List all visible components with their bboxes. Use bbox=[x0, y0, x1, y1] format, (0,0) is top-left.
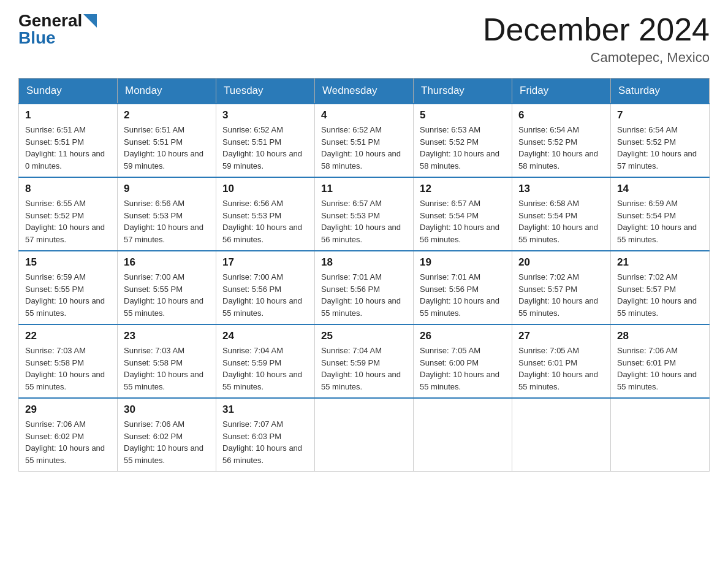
day-number: 15 bbox=[25, 256, 111, 269]
day-info: Sunrise: 6:56 AMSunset: 5:53 PMDaylight:… bbox=[222, 199, 302, 244]
day-number: 5 bbox=[420, 109, 506, 121]
calendar-cell: 8 Sunrise: 6:55 AMSunset: 5:52 PMDayligh… bbox=[19, 177, 118, 251]
day-number: 12 bbox=[420, 183, 506, 195]
calendar-cell: 31 Sunrise: 7:07 AMSunset: 6:03 PMDaylig… bbox=[216, 398, 315, 472]
calendar-cell: 1 Sunrise: 6:51 AMSunset: 5:51 PMDayligh… bbox=[19, 104, 118, 177]
day-number: 11 bbox=[321, 183, 407, 195]
calendar-cell: 18 Sunrise: 7:01 AMSunset: 5:56 PMDaylig… bbox=[315, 251, 414, 324]
calendar-cell: 28 Sunrise: 7:06 AMSunset: 6:01 PMDaylig… bbox=[611, 324, 710, 398]
day-number: 22 bbox=[25, 330, 111, 342]
day-number: 24 bbox=[222, 330, 308, 342]
day-info: Sunrise: 6:52 AMSunset: 5:51 PMDaylight:… bbox=[222, 125, 302, 170]
calendar-cell: 4 Sunrise: 6:52 AMSunset: 5:51 PMDayligh… bbox=[315, 104, 414, 177]
day-info: Sunrise: 7:01 AMSunset: 5:56 PMDaylight:… bbox=[321, 272, 401, 318]
calendar-cell: 24 Sunrise: 7:04 AMSunset: 5:59 PMDaylig… bbox=[216, 324, 315, 398]
page-header: General Blue December 2024 Camotepec, Me… bbox=[18, 12, 710, 66]
location: Camotepec, Mexico bbox=[483, 50, 710, 66]
day-info: Sunrise: 7:06 AMSunset: 6:02 PMDaylight:… bbox=[124, 419, 203, 465]
calendar-cell: 3 Sunrise: 6:52 AMSunset: 5:51 PMDayligh… bbox=[216, 104, 315, 177]
day-number: 9 bbox=[124, 183, 210, 195]
day-info: Sunrise: 6:57 AMSunset: 5:53 PMDaylight:… bbox=[321, 199, 401, 244]
calendar-cell: 22 Sunrise: 7:03 AMSunset: 5:58 PMDaylig… bbox=[19, 324, 118, 398]
day-number: 29 bbox=[25, 404, 111, 416]
day-number: 20 bbox=[518, 256, 604, 269]
calendar-cell: 10 Sunrise: 6:56 AMSunset: 5:53 PMDaylig… bbox=[216, 177, 315, 251]
day-number: 19 bbox=[420, 256, 506, 269]
day-number: 1 bbox=[25, 109, 111, 121]
calendar-header-row: SundayMondayTuesdayWednesdayThursdayFrid… bbox=[19, 79, 710, 104]
day-info: Sunrise: 7:05 AMSunset: 6:01 PMDaylight:… bbox=[518, 346, 598, 391]
calendar-cell: 14 Sunrise: 6:59 AMSunset: 5:54 PMDaylig… bbox=[611, 177, 710, 251]
day-info: Sunrise: 7:02 AMSunset: 5:57 PMDaylight:… bbox=[518, 272, 598, 318]
day-number: 13 bbox=[518, 183, 604, 195]
calendar-cell: 13 Sunrise: 6:58 AMSunset: 5:54 PMDaylig… bbox=[512, 177, 611, 251]
day-info: Sunrise: 6:55 AMSunset: 5:52 PMDaylight:… bbox=[25, 199, 105, 244]
day-info: Sunrise: 6:57 AMSunset: 5:54 PMDaylight:… bbox=[420, 199, 499, 244]
day-info: Sunrise: 7:04 AMSunset: 5:59 PMDaylight:… bbox=[222, 346, 302, 391]
calendar-cell: 9 Sunrise: 6:56 AMSunset: 5:53 PMDayligh… bbox=[118, 177, 216, 251]
day-number: 16 bbox=[124, 256, 210, 269]
day-number: 3 bbox=[222, 109, 308, 121]
day-info: Sunrise: 7:06 AMSunset: 6:01 PMDaylight:… bbox=[617, 346, 697, 391]
day-number: 25 bbox=[321, 330, 407, 342]
calendar-cell: 21 Sunrise: 7:02 AMSunset: 5:57 PMDaylig… bbox=[611, 251, 710, 324]
calendar-cell: 30 Sunrise: 7:06 AMSunset: 6:02 PMDaylig… bbox=[118, 398, 216, 472]
calendar-table: SundayMondayTuesdayWednesdayThursdayFrid… bbox=[18, 78, 710, 472]
calendar-cell: 20 Sunrise: 7:02 AMSunset: 5:57 PMDaylig… bbox=[512, 251, 611, 324]
calendar-cell bbox=[315, 398, 414, 472]
day-number: 6 bbox=[518, 109, 604, 121]
day-info: Sunrise: 6:58 AMSunset: 5:54 PMDaylight:… bbox=[518, 199, 598, 244]
logo-blue: Blue bbox=[18, 28, 56, 48]
col-header-sunday: Sunday bbox=[19, 79, 118, 104]
calendar-cell: 26 Sunrise: 7:05 AMSunset: 6:00 PMDaylig… bbox=[414, 324, 512, 398]
col-header-saturday: Saturday bbox=[611, 79, 710, 104]
calendar-cell: 29 Sunrise: 7:06 AMSunset: 6:02 PMDaylig… bbox=[19, 398, 118, 472]
day-info: Sunrise: 6:54 AMSunset: 5:52 PMDaylight:… bbox=[617, 125, 697, 170]
day-number: 26 bbox=[420, 330, 506, 342]
day-number: 21 bbox=[617, 256, 703, 269]
day-info: Sunrise: 6:56 AMSunset: 5:53 PMDaylight:… bbox=[124, 199, 203, 244]
calendar-cell: 7 Sunrise: 6:54 AMSunset: 5:52 PMDayligh… bbox=[611, 104, 710, 177]
calendar-cell: 15 Sunrise: 6:59 AMSunset: 5:55 PMDaylig… bbox=[19, 251, 118, 324]
week-row-2: 8 Sunrise: 6:55 AMSunset: 5:52 PMDayligh… bbox=[19, 177, 710, 251]
day-number: 10 bbox=[222, 183, 308, 195]
day-number: 7 bbox=[617, 109, 703, 121]
day-number: 31 bbox=[222, 404, 308, 416]
day-info: Sunrise: 7:04 AMSunset: 5:59 PMDaylight:… bbox=[321, 346, 401, 391]
calendar-cell: 27 Sunrise: 7:05 AMSunset: 6:01 PMDaylig… bbox=[512, 324, 611, 398]
week-row-5: 29 Sunrise: 7:06 AMSunset: 6:02 PMDaylig… bbox=[19, 398, 710, 472]
col-header-wednesday: Wednesday bbox=[315, 79, 414, 104]
calendar-cell: 23 Sunrise: 7:03 AMSunset: 5:58 PMDaylig… bbox=[118, 324, 216, 398]
day-info: Sunrise: 7:07 AMSunset: 6:03 PMDaylight:… bbox=[222, 419, 302, 465]
calendar-cell: 17 Sunrise: 7:00 AMSunset: 5:56 PMDaylig… bbox=[216, 251, 315, 324]
calendar-cell: 6 Sunrise: 6:54 AMSunset: 5:52 PMDayligh… bbox=[512, 104, 611, 177]
day-number: 14 bbox=[617, 183, 703, 195]
col-header-monday: Monday bbox=[118, 79, 216, 104]
title-block: December 2024 Camotepec, Mexico bbox=[483, 12, 710, 66]
col-header-tuesday: Tuesday bbox=[216, 79, 315, 104]
calendar-cell: 2 Sunrise: 6:51 AMSunset: 5:51 PMDayligh… bbox=[118, 104, 216, 177]
day-number: 28 bbox=[617, 330, 703, 342]
month-title: December 2024 bbox=[483, 12, 710, 47]
day-info: Sunrise: 7:00 AMSunset: 5:55 PMDaylight:… bbox=[124, 272, 203, 318]
day-info: Sunrise: 6:59 AMSunset: 5:55 PMDaylight:… bbox=[25, 272, 105, 318]
calendar-cell: 25 Sunrise: 7:04 AMSunset: 5:59 PMDaylig… bbox=[315, 324, 414, 398]
day-number: 8 bbox=[25, 183, 111, 195]
day-info: Sunrise: 6:52 AMSunset: 5:51 PMDaylight:… bbox=[321, 125, 401, 170]
logo-arrow-icon bbox=[83, 14, 97, 28]
col-header-friday: Friday bbox=[512, 79, 611, 104]
day-info: Sunrise: 7:03 AMSunset: 5:58 PMDaylight:… bbox=[124, 346, 203, 391]
day-info: Sunrise: 7:01 AMSunset: 5:56 PMDaylight:… bbox=[420, 272, 499, 318]
day-number: 2 bbox=[124, 109, 210, 121]
logo: General Blue bbox=[18, 12, 97, 48]
calendar-cell: 19 Sunrise: 7:01 AMSunset: 5:56 PMDaylig… bbox=[414, 251, 512, 324]
day-number: 17 bbox=[222, 256, 308, 269]
calendar-cell bbox=[512, 398, 611, 472]
day-number: 30 bbox=[124, 404, 210, 416]
col-header-thursday: Thursday bbox=[414, 79, 512, 104]
day-info: Sunrise: 7:02 AMSunset: 5:57 PMDaylight:… bbox=[617, 272, 697, 318]
day-info: Sunrise: 6:51 AMSunset: 5:51 PMDaylight:… bbox=[25, 125, 105, 170]
day-number: 4 bbox=[321, 109, 407, 121]
day-info: Sunrise: 7:03 AMSunset: 5:58 PMDaylight:… bbox=[25, 346, 105, 391]
calendar-cell: 12 Sunrise: 6:57 AMSunset: 5:54 PMDaylig… bbox=[414, 177, 512, 251]
